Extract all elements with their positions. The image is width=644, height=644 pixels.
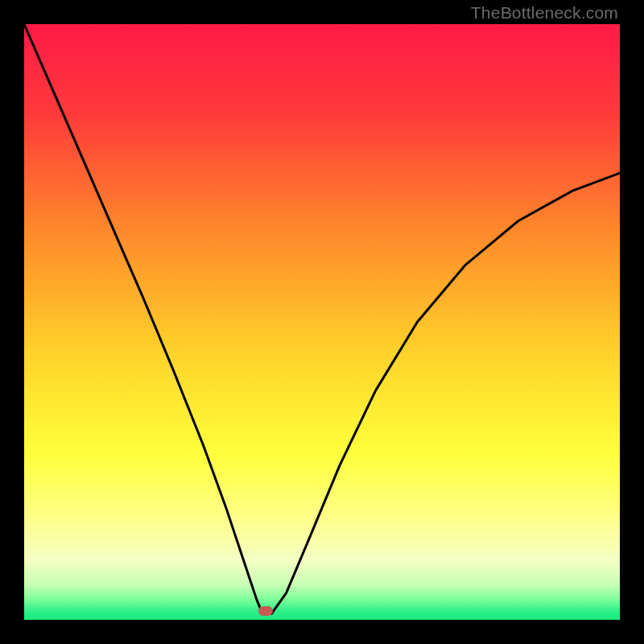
plot-area [24, 24, 620, 620]
watermark-text: TheBottleneck.com [471, 3, 618, 23]
bottleneck-curve [24, 24, 620, 620]
chart-frame: TheBottleneck.com [0, 0, 644, 644]
current-config-marker [258, 606, 273, 616]
